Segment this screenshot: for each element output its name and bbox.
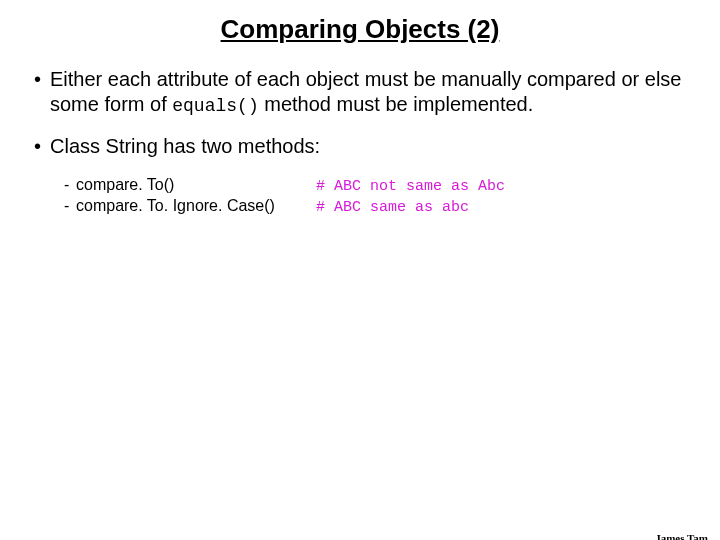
- sub-dash: -: [64, 175, 76, 196]
- slide-body: Either each attribute of each object mus…: [0, 67, 720, 218]
- bullet-1-text-post: method must be implemented.: [259, 93, 534, 115]
- sub-comment: # ABC same as abc: [316, 198, 469, 218]
- sub-item: - compare. To. Ignore. Case() # ABC same…: [64, 196, 690, 218]
- sub-name: compare. To. Ignore. Case(): [76, 196, 316, 217]
- sub-item: - compare. To() # ABC not same as Abc: [64, 175, 690, 197]
- sub-name: compare. To(): [76, 175, 316, 196]
- sub-dash: -: [64, 196, 76, 217]
- sublist: - compare. To() # ABC not same as Abc - …: [64, 175, 690, 218]
- slide: Comparing Objects (2) Either each attrib…: [0, 14, 720, 540]
- bullet-2: Class String has two methods:: [34, 134, 690, 159]
- bullet-1: Either each attribute of each object mus…: [34, 67, 690, 118]
- bullet-2-text: Class String has two methods:: [50, 135, 320, 157]
- slide-title: Comparing Objects (2): [0, 14, 720, 45]
- author-credit: James Tam: [655, 532, 708, 540]
- sub-comment: # ABC not same as Abc: [316, 177, 505, 197]
- bullet-1-code: equals(): [172, 96, 258, 116]
